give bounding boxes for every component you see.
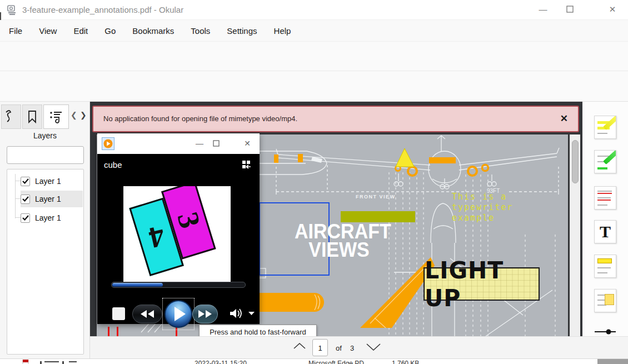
maximize-button[interactable] bbox=[566, 0, 592, 19]
error-banner-close-icon[interactable]: ✕ bbox=[560, 113, 568, 124]
stop-button[interactable] bbox=[112, 307, 125, 320]
rewind-icon bbox=[141, 310, 147, 318]
left-sidebar: ❮ ❯ Layers Layer 1 Layer 1 bbox=[0, 102, 90, 358]
tree-line bbox=[15, 198, 21, 199]
tabs-scroll-right-icon[interactable]: ❯ bbox=[80, 111, 87, 119]
right-annotation-panel: T bbox=[582, 102, 628, 358]
checkmark-icon bbox=[22, 215, 29, 221]
highlighted-word bbox=[597, 258, 612, 263]
maximize-icon bbox=[566, 6, 574, 13]
okular-app-icon bbox=[7, 5, 18, 15]
typewriter-annotation[interactable]: This is a typewriter example bbox=[452, 192, 513, 223]
tab-annotations[interactable] bbox=[1, 104, 21, 129]
clipped-filename-text bbox=[40, 361, 42, 364]
poster-title: AIRCRAFT VIEWS bbox=[295, 222, 383, 260]
player-minimize-button[interactable]: — bbox=[188, 133, 211, 154]
highlighted-text-stamp-tool[interactable] bbox=[594, 255, 616, 278]
detach-video-icon[interactable] bbox=[240, 161, 252, 169]
green-stroke bbox=[597, 167, 607, 169]
playback-progress-bar[interactable] bbox=[111, 282, 246, 288]
green-pen-icon bbox=[603, 150, 616, 164]
layer-row-2[interactable]: Layer 1 bbox=[21, 191, 83, 207]
tree-line bbox=[15, 217, 21, 218]
play-button[interactable] bbox=[165, 300, 192, 328]
file-date-text: 2022-03-11 15:20 bbox=[195, 360, 247, 364]
red-underline bbox=[597, 200, 611, 201]
menu-view[interactable]: View bbox=[39, 26, 57, 36]
menu-bookmarks[interactable]: Bookmarks bbox=[132, 26, 174, 36]
menu-go[interactable]: Go bbox=[104, 26, 116, 36]
okular-window: 3-feature-example_annotations.pdf - Okul… bbox=[0, 0, 628, 364]
player-maximize-button[interactable] bbox=[213, 133, 235, 154]
tab-layers[interactable] bbox=[43, 104, 69, 129]
annotations-tab-icon bbox=[5, 110, 17, 123]
close-button[interactable]: ✕ bbox=[600, 0, 625, 19]
player-progress-fill bbox=[112, 283, 163, 287]
clipped-filename-text bbox=[62, 361, 64, 364]
layer-row-1[interactable]: Layer 1 bbox=[21, 173, 83, 190]
menu-settings[interactable]: Settings bbox=[227, 26, 257, 36]
sticky-note-stamp-tool[interactable] bbox=[594, 289, 616, 312]
menu-help[interactable]: Help bbox=[274, 26, 291, 36]
volume-icon[interactable] bbox=[228, 306, 243, 321]
menu-edit[interactable]: Edit bbox=[73, 26, 88, 36]
rewind-icon-2 bbox=[148, 310, 154, 318]
minimize-button[interactable]: — bbox=[530, 0, 556, 19]
layer-3-checkbox[interactable] bbox=[21, 213, 30, 223]
typewriter-line-2: typewriter bbox=[452, 202, 513, 213]
text-line bbox=[597, 191, 612, 192]
bottom-page-down-icon[interactable] bbox=[366, 343, 381, 351]
tab-bookmarks[interactable] bbox=[22, 104, 42, 129]
window-title: 3-feature-example_annotations.pdf - Okul… bbox=[22, 0, 183, 20]
vertical-scrollbar[interactable] bbox=[570, 134, 580, 336]
volume-menu-caret-icon[interactable] bbox=[248, 311, 255, 316]
player-title-bar: — ✕ bbox=[97, 133, 260, 154]
green-marker-stamp-tool[interactable] bbox=[594, 150, 616, 173]
bookmark-tab-icon bbox=[27, 110, 37, 123]
rewind-button[interactable] bbox=[132, 305, 162, 323]
stamp-text: LIGHT UP bbox=[425, 256, 539, 312]
video-frame[interactable]: 4 3 bbox=[123, 186, 231, 285]
bottom-page-number[interactable]: 1 bbox=[312, 339, 328, 356]
layers-list: Layer 1 Layer 1 Layer 1 bbox=[7, 169, 84, 355]
layer-1-checkbox[interactable] bbox=[21, 177, 30, 186]
yellow-highlighter-stamp-tool[interactable] bbox=[594, 116, 616, 139]
scrollbar-thumb[interactable] bbox=[572, 140, 579, 183]
title-bar: 3-feature-example_annotations.pdf - Okul… bbox=[0, 0, 628, 20]
typewriter-stamp-tool[interactable]: T bbox=[594, 220, 616, 243]
typewriter-line-1: This is a bbox=[452, 192, 513, 202]
clipped-filename-text bbox=[44, 361, 59, 362]
tabs-scroll-left-icon[interactable]: ❮ bbox=[71, 111, 77, 119]
fast-forward-icon-2 bbox=[206, 310, 212, 318]
layers-tab-icon bbox=[49, 110, 63, 123]
play-icon bbox=[175, 307, 186, 321]
layer-2-checkbox[interactable] bbox=[21, 195, 30, 204]
layer-row-3[interactable]: Layer 1 bbox=[21, 210, 83, 226]
background-window-block bbox=[597, 359, 628, 364]
bottom-page-up-icon[interactable] bbox=[293, 342, 306, 350]
light-up-stamp-annotation[interactable]: LIGHT UP bbox=[423, 267, 540, 301]
sticky-note-icon bbox=[605, 294, 614, 305]
menu-bar: File View Edit Go Bookmarks Tools Settin… bbox=[0, 20, 628, 41]
text-line bbox=[597, 300, 605, 301]
cube-graphic: 4 3 bbox=[129, 186, 226, 283]
cube-digit-3: 3 bbox=[170, 208, 207, 232]
error-banner: No application found for opening file of… bbox=[92, 106, 579, 132]
media-player-app-icon bbox=[102, 137, 114, 150]
red-underline-stamp-tool[interactable] bbox=[594, 186, 616, 210]
annotation-toolbar: U U S bbox=[0, 71, 628, 102]
poster-line-2: VIEWS bbox=[295, 241, 383, 259]
media-player-window: — ✕ cube 4 3 bbox=[97, 133, 260, 324]
tree-line bbox=[15, 181, 21, 181]
fast-forward-icon bbox=[198, 310, 205, 318]
pdf-file-icon bbox=[22, 360, 29, 364]
layers-search-input[interactable] bbox=[7, 146, 84, 164]
menu-tools[interactable]: Tools bbox=[191, 26, 210, 36]
bottom-of-label: of bbox=[336, 344, 342, 352]
red-underline bbox=[597, 193, 612, 194]
fast-forward-button[interactable] bbox=[192, 305, 218, 323]
player-close-button[interactable]: ✕ bbox=[236, 133, 258, 154]
menu-file[interactable]: File bbox=[9, 26, 22, 36]
checkmark-icon bbox=[22, 178, 29, 184]
cube-digit-4: 4 bbox=[145, 218, 167, 255]
